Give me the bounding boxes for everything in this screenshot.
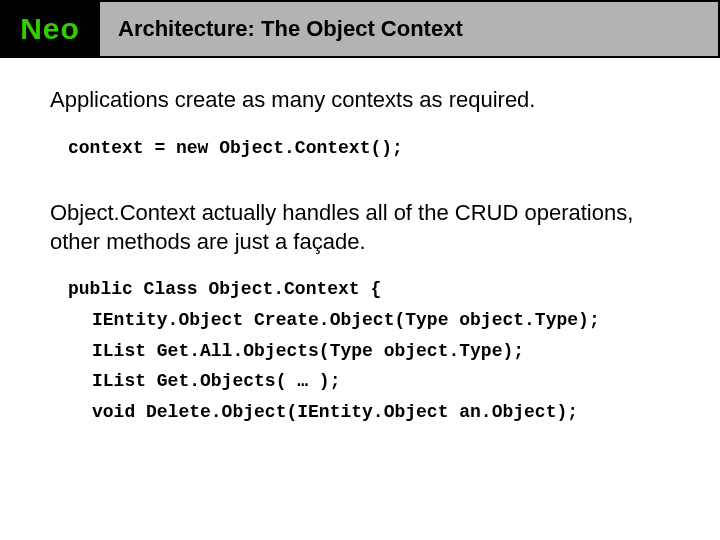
code-line: void Delete.Object(IEntity.Object an.Obj… <box>68 397 670 428</box>
code-block-2: public Class Object.Context { IEntity.Ob… <box>68 274 670 427</box>
slide-content: Applications create as many contexts as … <box>0 58 720 427</box>
slide-title: Architecture: The Object Context <box>118 16 463 42</box>
slide-header: Neo Architecture: The Object Context <box>0 0 720 58</box>
code-line: public Class Object.Context { <box>68 274 670 305</box>
paragraph-1: Applications create as many contexts as … <box>50 86 670 115</box>
code-line: IList Get.All.Objects(Type object.Type); <box>68 336 670 367</box>
code-line: IList Get.Objects( … ); <box>68 366 670 397</box>
code-line: context = new Object.Context(); <box>68 133 670 164</box>
code-block-1: context = new Object.Context(); <box>68 133 670 164</box>
logo-box: Neo <box>0 0 100 58</box>
paragraph-2: Object.Context actually handles all of t… <box>50 199 670 256</box>
logo-text: Neo <box>20 12 80 46</box>
title-box: Architecture: The Object Context <box>100 0 720 58</box>
code-line: IEntity.Object Create.Object(Type object… <box>68 305 670 336</box>
